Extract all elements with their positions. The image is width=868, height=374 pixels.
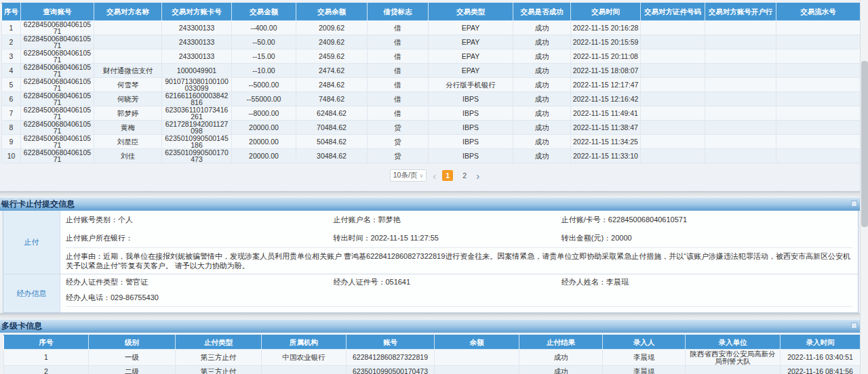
transactions-body: 16228450068040610571243300133--400.00200… — [2, 21, 861, 163]
table-cell: --15.00 — [232, 49, 296, 64]
table-cell: 陕西省西安市公安局高新分局刑警大队 — [686, 350, 781, 366]
agent-info-group: 经办信息 经办人证件类型：警官证 经办人证件号：051641 经办人姓名：李晨琨… — [3, 274, 858, 312]
table-cell — [776, 64, 861, 78]
table-cell: 6235010990500170473 — [162, 149, 232, 163]
table-row[interactable]: 16228450068040610571243300133--400.00200… — [2, 21, 861, 35]
agent-group-label: 经办信息 — [3, 274, 60, 312]
table-cell: 刘佳 — [94, 149, 162, 163]
table-cell: 243300133 — [162, 21, 232, 35]
table-cell: 中国农业银行 — [262, 350, 347, 366]
multi-card-header-row: 序号级别止付类型所属机构账号余额止付结果录入人录入单位录入时间 — [4, 335, 861, 350]
table-cell — [641, 49, 705, 64]
column-header: 借贷标志 — [368, 3, 429, 21]
table-row[interactable]: 86228450068040610571黄梅621728194200112709… — [2, 121, 861, 135]
table-cell: 2022-11-15 20:15:59 — [571, 35, 641, 49]
table-row[interactable]: 56228450068040610571何雪琴90107130801001000… — [2, 78, 861, 92]
table-row[interactable]: 66228450068040610571何晓芳62166116000038428… — [2, 92, 861, 106]
table-cell — [776, 135, 861, 149]
section-divider — [0, 191, 868, 197]
table-cell: 借 — [368, 49, 429, 64]
multi-card-table: 序号级别止付类型所属机构账号余额止付结果录入人录入单位录入时间 1一级第三方止付… — [3, 335, 861, 374]
agent-phone-field: 经办人电话：029-86755430 — [66, 293, 333, 303]
page-1-button[interactable]: 1 — [442, 170, 453, 181]
table-cell — [705, 106, 776, 121]
table-cell: 成功 — [519, 366, 603, 374]
table-cell — [705, 149, 776, 163]
page-2-button[interactable]: 2 — [459, 170, 470, 181]
table-cell — [94, 21, 162, 35]
table-cell — [705, 64, 776, 78]
table-cell: 成功 — [519, 350, 603, 366]
table-cell: 6 — [2, 92, 21, 106]
multi-card-section-title: 多级卡信息 — [0, 320, 42, 332]
table-cell — [435, 350, 519, 366]
table-row[interactable]: 46228450068040610571财付通微信支付1000049901--1… — [2, 64, 861, 78]
table-cell: 2022-11-15 18:08:07 — [571, 64, 641, 78]
column-header: 止付结果 — [519, 335, 603, 350]
table-cell: 6235010990500170473 — [347, 366, 435, 374]
stop-payment-section-header: 银行卡止付提交信息 — [0, 197, 868, 211]
page-size-label: 10条/页 — [393, 171, 418, 180]
chevron-down-icon: ∨ — [419, 173, 423, 179]
table-cell: 6217281942001127098 — [162, 121, 232, 135]
table-cell: 20000.00 — [232, 149, 296, 163]
table-cell — [686, 366, 781, 374]
multi-card-section-header: 多级卡信息 — [0, 319, 868, 333]
table-cell — [776, 78, 861, 92]
table-cell: 6228450068040610571 — [21, 78, 94, 92]
table-cell: 2022-11-16 03:40:51 — [781, 350, 861, 366]
table-cell: IBPS — [429, 121, 513, 135]
collapse-icon[interactable] — [851, 323, 857, 329]
table-row[interactable]: 36228450068040610571243300133--15.002459… — [2, 49, 861, 64]
table-cell: --400.00 — [232, 21, 296, 35]
table-row[interactable]: 106228450068040610571刘佳62350109905001704… — [2, 149, 861, 163]
stop-reason-text: 止付事由：近期，我单位在接报刘妮被骗警情中，发现涉案人员利用贵单位相关账户 曹鸿… — [66, 247, 852, 274]
column-header: 序号 — [2, 3, 21, 21]
table-cell: 2 — [4, 366, 89, 374]
table-cell: 62484.62 — [296, 106, 368, 121]
table-cell: 6228450068040610571 — [21, 106, 94, 121]
table-cell: 分行版手机银行 — [429, 78, 513, 92]
column-header: 账号 — [347, 335, 435, 350]
table-cell: 借 — [368, 78, 429, 92]
prev-page-button[interactable]: ‹ — [433, 171, 436, 181]
table-row[interactable]: 76228450068040610571郭梦婷62303611010734162… — [2, 106, 861, 121]
table-cell: 7484.62 — [296, 92, 368, 106]
column-header: 止付类型 — [176, 335, 262, 350]
table-cell — [776, 106, 861, 121]
table-row[interactable]: 2二级第三方止付6235010990500170473成功李晨琨2022-11-… — [4, 366, 861, 374]
table-cell — [641, 78, 705, 92]
table-row[interactable]: 26228450068040610571243300133--50.002409… — [2, 35, 861, 49]
table-cell: --55000.00 — [232, 92, 296, 106]
table-row[interactable]: 1一级第三方止付中国农业银行6228412860827322819成功李晨琨陕西… — [4, 350, 861, 366]
column-header: 交易对方账卡号 — [162, 3, 232, 21]
field-row: 经办人证件类型：警官证 经办人证件号：051641 经办人姓名：李晨琨 — [66, 274, 852, 290]
table-row[interactable]: 96228450068040610571刘星臣62350109905001451… — [2, 135, 861, 149]
table-cell: --50.00 — [232, 35, 296, 49]
table-cell: 2484.62 — [296, 78, 368, 92]
table-cell: 2459.62 — [296, 49, 368, 64]
table-cell — [776, 49, 861, 64]
table-cell: 6228450068040610571 — [21, 21, 94, 35]
column-header: 所属机构 — [262, 335, 347, 350]
agent-name-field: 经办人姓名：李晨琨 — [561, 277, 852, 287]
table-cell: 成功 — [513, 92, 571, 106]
table-cell — [705, 78, 776, 92]
page-size-select[interactable]: 10条/页 ∨ — [390, 169, 427, 182]
table-cell: 20000.00 — [232, 121, 296, 135]
field-row: 止付账户所在银行： 转出时间：2022-11-15 11:27:55 转出金额(… — [66, 229, 852, 247]
table-cell — [262, 366, 347, 374]
table-cell: --8000.00 — [232, 106, 296, 121]
vertical-scrollbar[interactable] — [860, 0, 868, 374]
pagination: 10条/页 ∨ ‹ 1 2 › — [1, 169, 868, 182]
table-cell: 6228450068040610571 — [21, 149, 94, 163]
table-cell — [705, 35, 776, 49]
multi-card-body: 1一级第三方止付中国农业银行6228412860827322819成功李晨琨陕西… — [4, 350, 861, 374]
scrollbar-thumb[interactable] — [861, 61, 868, 227]
table-cell: 借 — [368, 35, 429, 49]
table-cell: 成功 — [513, 149, 571, 163]
next-page-button[interactable]: › — [476, 171, 479, 181]
table-cell: 2 — [2, 35, 21, 49]
column-header: 录入时间 — [781, 335, 861, 350]
collapse-icon[interactable] — [851, 201, 857, 207]
